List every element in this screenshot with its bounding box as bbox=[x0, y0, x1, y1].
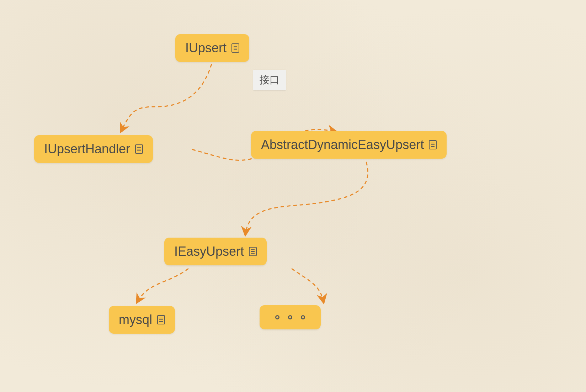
node-ieasyupsert[interactable]: IEasyUpsert bbox=[164, 238, 267, 265]
note-icon bbox=[135, 144, 143, 154]
note-icon bbox=[249, 247, 257, 256]
node-label: mysql bbox=[119, 312, 152, 327]
arrow-iupsert-to-iupserthandler bbox=[121, 64, 212, 132]
arrow-ieasyupsert-to-ellipsis bbox=[292, 269, 324, 302]
tooltip-text: 接口 bbox=[260, 74, 279, 85]
node-abstractdynamic[interactable]: AbstractDynamicEasyUpsert bbox=[251, 131, 447, 159]
node-ellipsis[interactable] bbox=[260, 305, 321, 329]
ellipsis-dot bbox=[288, 315, 292, 319]
node-label: IUpsertHandler bbox=[44, 142, 130, 157]
arrow-ieasyupsert-to-mysql bbox=[137, 269, 188, 302]
node-label: IEasyUpsert bbox=[174, 244, 244, 259]
note-icon bbox=[157, 315, 165, 324]
note-icon bbox=[231, 43, 239, 53]
tooltip-interface: 接口 bbox=[253, 70, 286, 90]
node-iupserthandler[interactable]: IUpsertHandler bbox=[34, 135, 153, 163]
node-label: IUpsert bbox=[185, 41, 227, 55]
ellipsis-dot bbox=[301, 315, 305, 319]
arrows-layer bbox=[0, 0, 586, 392]
node-iupsert[interactable]: IUpsert bbox=[175, 34, 249, 62]
node-mysql[interactable]: mysql bbox=[109, 306, 175, 334]
arrow-abstract-to-ieasyupsert bbox=[245, 162, 368, 235]
diagram-canvas: IUpsert 接口 IUpsertHandler AbstractDynami… bbox=[0, 0, 586, 392]
note-icon bbox=[429, 140, 437, 149]
node-label: AbstractDynamicEasyUpsert bbox=[261, 137, 424, 152]
ellipsis-dot bbox=[275, 315, 279, 319]
